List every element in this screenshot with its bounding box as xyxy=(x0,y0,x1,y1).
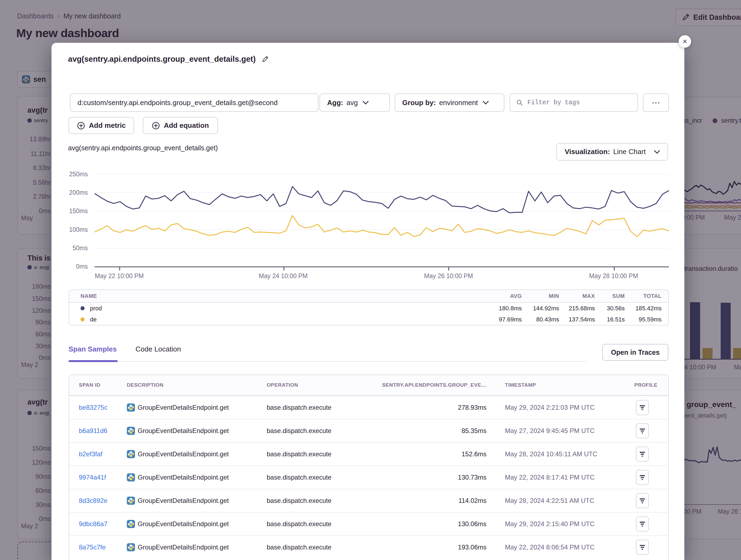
span-duration: 152.6ms xyxy=(348,450,486,458)
header-description: DESCRIPTION xyxy=(127,382,267,388)
span-duration: 130.73ms xyxy=(348,474,486,481)
span-duration: 193.06ms xyxy=(348,544,486,551)
add-equation-label: Add equation xyxy=(164,121,209,130)
span-timestamp: May 28, 2024 10:45:11 AM UTC xyxy=(505,450,629,458)
span-description: GroupEventDetailsEndpoint.get xyxy=(138,520,229,528)
summary-header-row: NAME AVG MIN MAX SUM TOTAL xyxy=(69,290,668,303)
summary-header-name: NAME xyxy=(69,293,481,299)
series-sum: 30.56s xyxy=(595,305,625,312)
open-in-traces-button[interactable]: Open in Traces xyxy=(602,344,668,361)
metric-details-modal: avg(sentry.api.endpoints.group_event_det… xyxy=(52,43,684,560)
profile-button[interactable] xyxy=(636,400,649,415)
span-id-link[interactable]: be83275c xyxy=(79,404,107,411)
chevron-down-icon xyxy=(483,101,489,104)
tab-span-samples[interactable]: Span Samples xyxy=(69,345,117,353)
series-max: 215.68ms xyxy=(559,305,595,312)
metric-query-input[interactable] xyxy=(70,94,318,111)
visualization-value: Line Chart xyxy=(613,148,646,156)
series-total: 95.59ms xyxy=(625,316,662,323)
python-icon xyxy=(127,403,135,412)
table-row: 8a75c7fe GroupEventDetailsEndpoint.get b… xyxy=(69,535,668,559)
summary-header-min: MIN xyxy=(522,293,559,299)
series-name: prod xyxy=(90,305,102,312)
chevron-down-icon xyxy=(363,101,368,104)
span-description: GroupEventDetailsEndpoint.get xyxy=(138,497,229,504)
group-by-select[interactable]: Group by: environment xyxy=(395,93,504,112)
summary-header-sum: SUM xyxy=(595,293,625,299)
span-id-link[interactable]: 8a75c7fe xyxy=(79,544,106,551)
search-icon xyxy=(516,99,523,106)
series-avg: 180.8ms xyxy=(481,305,522,312)
modal-title-row: avg(sentry.api.endpoints.group_event_det… xyxy=(68,55,269,64)
span-timestamp: May 27, 2024 9:45:45 PM UTC xyxy=(505,427,629,434)
span-operation: base.dispatch.execute xyxy=(267,520,348,528)
aggregation-select[interactable]: Agg: avg xyxy=(320,93,390,112)
visualization-label: Visualization: xyxy=(564,148,610,156)
x-axis-tick: May 24 10:00 PM xyxy=(243,272,324,280)
series-min: 144.92ms xyxy=(522,305,559,312)
span-timestamp: May 29, 2024 2:15:40 PM UTC xyxy=(505,520,629,528)
span-id-link[interactable]: b6a911d6 xyxy=(79,427,107,434)
series-dot xyxy=(80,306,84,310)
span-id-link[interactable]: b2ef3faf xyxy=(79,450,103,458)
span-description: GroupEventDetailsEndpoint.get xyxy=(138,450,229,458)
x-axis-tick-mark xyxy=(283,267,284,270)
profile-button[interactable] xyxy=(636,516,649,532)
span-operation: base.dispatch.execute xyxy=(267,544,348,551)
add-equation-button[interactable]: Add equation xyxy=(143,117,218,134)
line-chart-plot[interactable] xyxy=(94,174,669,267)
summary-row-de[interactable]: de 97.69ms 80.43ms 137.54ms 16.51s 95.59… xyxy=(69,314,668,325)
header-profile: PROFILE xyxy=(629,382,668,388)
tag-filter-field xyxy=(510,93,638,112)
group-by-value: environment xyxy=(439,98,478,107)
python-icon xyxy=(127,520,135,528)
add-metric-label: Add metric xyxy=(89,121,126,130)
span-id-link[interactable]: 8d3c892e xyxy=(79,497,107,504)
summary-header-max: MAX xyxy=(559,293,595,299)
x-axis-tick-mark xyxy=(614,267,615,270)
plus-circle-icon xyxy=(77,122,85,130)
agg-label: Agg: xyxy=(327,98,343,107)
y-axis-tick: 0ms xyxy=(52,263,88,270)
agg-value: avg xyxy=(346,98,358,107)
tag-filter-input[interactable] xyxy=(527,94,631,111)
modal-title: avg(sentry.api.endpoints.group_event_det… xyxy=(68,55,256,64)
add-metric-button[interactable]: Add metric xyxy=(69,117,134,134)
x-axis-tick-mark xyxy=(448,267,449,270)
span-duration: 85.35ms xyxy=(348,427,486,434)
y-axis-tick: 200ms xyxy=(52,189,88,196)
span-id-link[interactable]: 9dbc86a7 xyxy=(79,520,107,528)
series-sum: 16.51s xyxy=(595,316,625,323)
series-summary-table: NAME AVG MIN MAX SUM TOTAL prod 180.8ms … xyxy=(69,290,669,325)
header-span-id: SPAN ID xyxy=(69,382,127,388)
span-operation: base.dispatch.execute xyxy=(267,497,348,504)
span-description: GroupEventDetailsEndpoint.get xyxy=(138,544,229,551)
summary-row-prod[interactable]: prod 180.8ms 144.92ms 215.68ms 30.56s 18… xyxy=(69,303,668,314)
span-operation: base.dispatch.execute xyxy=(267,450,348,458)
table-row: 8d3c892e GroupEventDetailsEndpoint.get b… xyxy=(69,489,668,512)
more-options-button[interactable]: ⋯ xyxy=(643,93,669,112)
header-operation: OPERATION xyxy=(267,382,348,388)
visualization-select[interactable]: Visualization: Line Chart xyxy=(556,143,668,161)
y-axis-tick: 250ms xyxy=(52,171,88,178)
series-dot xyxy=(80,317,84,321)
profile-button[interactable] xyxy=(636,470,649,485)
profile-button[interactable] xyxy=(636,423,649,438)
span-duration: 130.06ms xyxy=(348,520,486,528)
series-name: de xyxy=(90,316,96,323)
close-button[interactable]: × xyxy=(679,35,691,48)
profile-button[interactable] xyxy=(636,447,649,462)
group-by-label: Group by: xyxy=(402,98,436,107)
x-axis-tick: May 26 10:00 PM xyxy=(408,272,489,280)
tab-code-location[interactable]: Code Location xyxy=(136,345,181,353)
table-row: be83275c GroupEventDetailsEndpoint.get b… xyxy=(69,396,668,419)
edit-title-pencil-icon[interactable] xyxy=(262,56,269,63)
table-row: 9dbc86a7 GroupEventDetailsEndpoint.get b… xyxy=(69,512,668,535)
y-axis-tick: 100ms xyxy=(52,226,88,233)
span-description: GroupEventDetailsEndpoint.get xyxy=(138,474,229,481)
profile-button[interactable] xyxy=(636,540,649,555)
span-id-link[interactable]: 9974a41f xyxy=(79,474,106,481)
span-timestamp: May 22, 2024 8:06:54 PM UTC xyxy=(505,544,629,551)
profile-button[interactable] xyxy=(636,493,649,508)
series-total: 185.42ms xyxy=(625,305,662,312)
